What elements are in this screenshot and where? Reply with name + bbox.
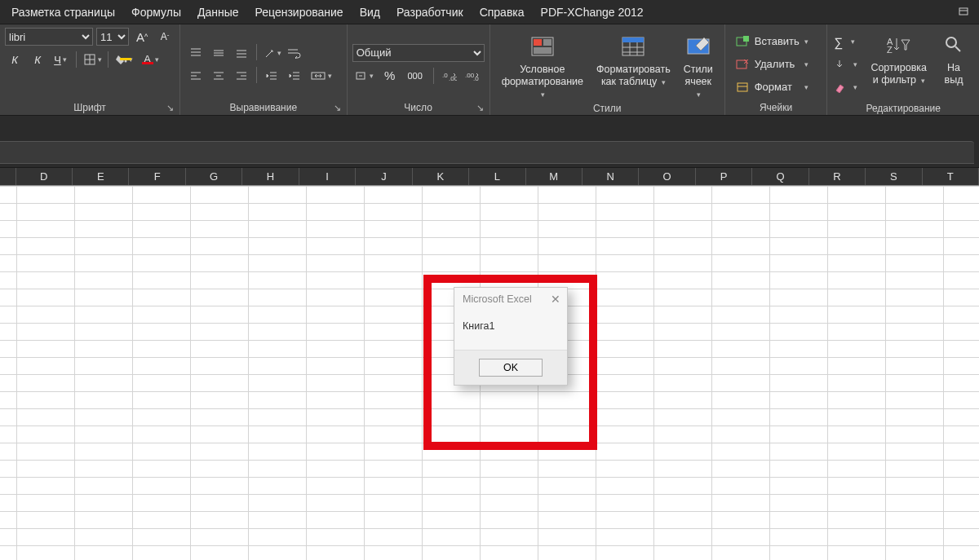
col-header[interactable]: E (73, 168, 129, 185)
number-format-select[interactable]: Общий (352, 44, 485, 62)
align-middle-button[interactable] (208, 44, 229, 62)
column-headers: D E F G H I J K L M N O P Q R S T (0, 168, 979, 186)
font-name-select[interactable]: libri (5, 28, 93, 46)
insert-icon (735, 36, 750, 47)
underline-button[interactable]: Ч▾ (51, 51, 70, 68)
wrap-text-button[interactable] (284, 44, 305, 62)
find-select-button[interactable]: Навыд (933, 28, 974, 101)
orientation-button[interactable]: ▾ (261, 44, 282, 62)
bold-button[interactable]: К (5, 51, 24, 68)
cell-styles-icon (684, 33, 712, 60)
col-header[interactable]: D (16, 168, 73, 185)
svg-rect-14 (622, 37, 644, 42)
col-header[interactable]: H (242, 168, 299, 185)
col-header[interactable]: N (583, 168, 639, 185)
menu-view[interactable]: Вид (352, 0, 388, 24)
format-cells-button[interactable]: Формат▾ (730, 77, 813, 97)
svg-text:.0: .0 (473, 75, 479, 82)
fill-button[interactable]: ▾ (832, 55, 859, 74)
group-alignment: ▾ ▾ Выравнивание ↘ (180, 24, 348, 115)
insert-cells-button[interactable]: Вставить▾ (730, 32, 813, 51)
format-icon (735, 82, 750, 93)
col-header[interactable]: I (299, 168, 356, 185)
col-header[interactable]: J (356, 168, 412, 185)
group-label-number: Число ↘ (352, 100, 485, 113)
ribbon-collapse-button[interactable] (951, 2, 976, 22)
message-box-title: Microsoft Excel (463, 293, 532, 305)
merge-cells-button[interactable]: ▾ (307, 67, 334, 85)
group-label-cells: Ячейки (730, 100, 822, 113)
alignment-dialog-launcher[interactable]: ↘ (331, 103, 343, 113)
col-header[interactable]: K (413, 168, 469, 185)
decrease-decimal-button[interactable]: .00.0 (463, 67, 482, 85)
grow-font-button[interactable]: A^ (132, 28, 152, 46)
col-header[interactable]: G (186, 168, 242, 185)
col-header[interactable]: Q (752, 168, 808, 185)
sort-filter-button[interactable]: AZ Сортировкаи фильтр ▾ (864, 28, 933, 101)
clear-button[interactable]: ▾ (832, 77, 859, 97)
italic-button[interactable]: К (28, 51, 47, 68)
font-color-button[interactable]: A ▾ (140, 51, 160, 68)
group-label-alignment: Выравнивание ↘ (185, 100, 342, 113)
delete-cells-button[interactable]: Удалить▾ (730, 55, 813, 74)
menu-review[interactable]: Рецензирование (247, 0, 352, 24)
menu-developer[interactable]: Разработчик (388, 0, 472, 24)
col-header[interactable]: T (923, 168, 979, 185)
decrease-indent-button[interactable] (261, 67, 282, 85)
shrink-font-button[interactable]: Aˇ (155, 28, 175, 46)
col-header[interactable]: O (639, 168, 695, 185)
group-label-styles: Стили (495, 101, 720, 114)
align-center-button[interactable] (208, 67, 229, 85)
font-size-select[interactable]: 11 (96, 28, 129, 46)
svg-rect-11 (543, 39, 552, 46)
col-header[interactable]: M (526, 168, 583, 185)
borders-button[interactable]: ▾ (82, 51, 102, 68)
align-right-button[interactable] (231, 67, 252, 85)
group-label-editing: Редактирование (832, 101, 974, 114)
menu-formulas[interactable]: Формулы (123, 0, 189, 24)
message-box-text: Книга1 (454, 314, 567, 350)
col-header[interactable]: P (696, 168, 752, 185)
align-left-button[interactable] (185, 67, 206, 85)
conditional-formatting-button[interactable]: Условноеформатирование ▾ (495, 28, 590, 101)
message-box-ok-button[interactable]: OK (479, 359, 543, 377)
comma-style-button[interactable]: 000 (403, 67, 427, 85)
menu-page-layout[interactable]: Разметка страницы (3, 0, 123, 24)
font-dialog-launcher[interactable]: ↘ (164, 103, 176, 113)
formula-bar-area (0, 116, 979, 168)
cell-styles-button[interactable]: Стилиячеек ▾ (677, 28, 720, 101)
col-header[interactable]: F (129, 168, 185, 185)
svg-rect-19 (738, 83, 747, 91)
increase-indent-button[interactable] (284, 67, 305, 85)
format-as-table-button[interactable]: Форматироватькак таблицу ▾ (590, 28, 677, 101)
menu-help[interactable]: Справка (472, 0, 533, 24)
svg-rect-10 (534, 39, 542, 46)
align-top-button[interactable] (185, 44, 206, 62)
svg-rect-18 (737, 60, 746, 68)
percent-button[interactable]: % (380, 67, 400, 85)
svg-text:.00: .00 (449, 75, 457, 82)
number-dialog-launcher[interactable]: ↘ (474, 103, 486, 113)
format-as-table-icon (619, 33, 647, 60)
group-styles: Условноеформатирование ▾ Форматироватька… (490, 24, 725, 115)
menu-pdf-xchange[interactable]: PDF-XChange 2012 (533, 0, 652, 24)
svg-point-22 (946, 37, 956, 47)
col-header-lead[interactable] (0, 168, 16, 185)
svg-rect-17 (743, 36, 749, 42)
align-bottom-button[interactable] (231, 44, 252, 62)
group-cells: Вставить▾ Удалить▾ Формат▾ Ячейки (725, 24, 828, 115)
col-header[interactable]: L (469, 168, 525, 185)
menu-data[interactable]: Данные (189, 0, 247, 24)
autosum-button[interactable]: ∑▾ (832, 32, 859, 51)
col-header[interactable]: R (809, 168, 866, 185)
message-box: Microsoft Excel ✕ Книга1 OK (454, 287, 568, 386)
menubar: Разметка страницы Формулы Данные Рецензи… (0, 0, 979, 24)
message-box-close-button[interactable]: ✕ (551, 293, 560, 306)
svg-rect-12 (534, 47, 552, 54)
group-font: libri 11 A^ Aˇ К К Ч▾ ▾ ▾ (0, 24, 180, 115)
group-editing: ∑▾ ▾ ▾ AZ Сортировкаи фильтр ▾ Навыд (827, 24, 979, 115)
formula-bar[interactable] (0, 141, 974, 164)
col-header[interactable]: S (866, 168, 922, 185)
accounting-format-button[interactable]: ▾ (352, 67, 377, 85)
increase-decimal-button[interactable]: .0.00 (440, 67, 459, 85)
